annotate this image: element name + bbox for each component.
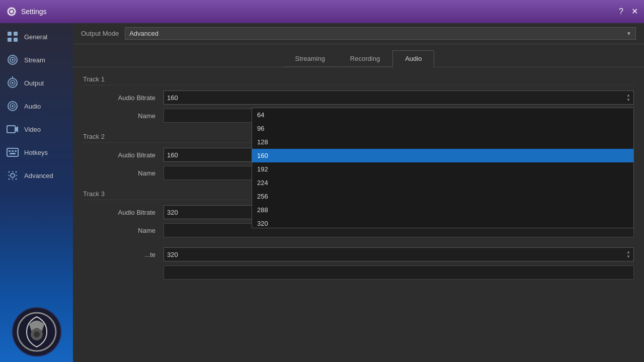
track1-bitrate-row: Audio Bitrate 160 ▲ ▼: [83, 90, 634, 105]
track3-bitrate-value: 320: [167, 209, 178, 216]
sidebar-item-hotkeys[interactable]: Hotkeys: [0, 141, 73, 164]
output-mode-bar: Output Mode Advanced ▼: [73, 23, 644, 44]
track2-bitrate-value: 160: [167, 151, 178, 159]
svg-point-26: [16, 171, 17, 173]
sidebar-item-output[interactable]: Output: [0, 71, 73, 95]
sidebar-item-general-label: General: [24, 33, 47, 41]
output-mode-label: Output Mode: [81, 30, 119, 37]
svg-rect-19: [7, 148, 18, 156]
track2-bitrate-label: Audio Bitrate: [83, 151, 164, 159]
sidebar-item-stream-label: Stream: [24, 56, 45, 64]
obs-icon: [6, 6, 17, 17]
dropdown-item-288[interactable]: 288: [252, 203, 633, 217]
sidebar-item-video[interactable]: Video: [0, 118, 73, 141]
dropdown-item-256[interactable]: 256: [252, 190, 633, 203]
svg-point-25: [9, 171, 10, 173]
dropdown-item-128[interactable]: 128: [252, 135, 633, 149]
track1-header: Track 1: [83, 75, 634, 85]
svg-rect-22: [15, 150, 17, 152]
sidebar-item-hotkeys-label: Hotkeys: [24, 149, 48, 156]
track4-bitrate-spinbox[interactable]: 320 ▲ ▼: [164, 247, 634, 261]
output-icon: [6, 76, 19, 89]
titlebar-left: Settings: [6, 6, 47, 17]
track4-bitrate-up[interactable]: ▲: [626, 250, 630, 254]
tab-streaming[interactable]: Streaming: [283, 50, 338, 67]
svg-rect-17: [7, 126, 15, 133]
track1-bitrate-spinbox[interactable]: 160 ▲ ▼: [164, 90, 634, 105]
dropdown-item-96[interactable]: 96: [252, 122, 633, 135]
advanced-icon: [6, 169, 19, 182]
svg-point-12: [12, 82, 14, 84]
track4-name-input[interactable]: [164, 265, 634, 280]
track1-bitrate-up[interactable]: ▲: [626, 94, 630, 98]
tab-recording[interactable]: Recording: [338, 50, 392, 67]
track1-bitrate-arrows[interactable]: ▲ ▼: [626, 94, 630, 102]
general-icon: [6, 30, 19, 43]
track1-bitrate-label: Audio Bitrate: [83, 94, 164, 102]
sidebar-item-audio[interactable]: Audio: [0, 95, 73, 118]
audio-icon: [6, 100, 19, 113]
track4-bitrate-row: ...te 320 ▲ ▼: [83, 247, 634, 261]
svg-point-2: [10, 10, 13, 13]
track4-bitrate-value: 320: [167, 251, 178, 258]
stream-icon: [6, 53, 19, 66]
sidebar-item-video-label: Video: [24, 126, 41, 133]
titlebar: Settings ? ✕: [0, 0, 644, 23]
svg-rect-21: [12, 150, 14, 152]
sidebar-item-general[interactable]: General: [0, 25, 73, 48]
content-area: Output Mode Advanced ▼ Streaming Recordi…: [73, 23, 644, 362]
svg-point-24: [11, 173, 15, 177]
svg-point-9: [12, 59, 14, 61]
tabs-bar: Streaming Recording Audio: [73, 44, 644, 67]
tab-audio[interactable]: Audio: [392, 50, 434, 67]
obs-logo: [12, 307, 62, 357]
track1-bitrate-value: 160: [167, 94, 178, 102]
svg-rect-23: [10, 153, 16, 154]
output-mode-select[interactable]: Advanced ▼: [125, 27, 636, 40]
audio-panel: Track 1 Audio Bitrate 160 ▲ ▼ Name: [73, 67, 644, 362]
close-button[interactable]: ✕: [631, 8, 638, 16]
sidebar-item-advanced-label: Advanced: [24, 172, 53, 179]
dropdown-item-320[interactable]: 320: [252, 217, 633, 228]
svg-point-27: [9, 178, 10, 180]
output-mode-value: Advanced: [129, 30, 158, 37]
help-button[interactable]: ?: [619, 8, 623, 16]
svg-point-32: [34, 331, 40, 337]
svg-point-28: [16, 178, 17, 180]
video-icon: [6, 123, 19, 136]
track3-bitrate-label: Audio Bitrate: [83, 209, 164, 216]
sidebar-item-audio-label: Audio: [24, 103, 41, 110]
obs-logo-container: [0, 261, 73, 362]
track1-bitrate-down[interactable]: ▼: [626, 98, 630, 102]
sidebar-item-stream[interactable]: Stream: [0, 48, 73, 71]
bitrate-dropdown[interactable]: 64 96 128 160 192 224 256 288 320: [252, 108, 634, 228]
track4-bitrate-down[interactable]: ▼: [626, 255, 630, 259]
dropdown-item-160[interactable]: 160: [252, 149, 633, 162]
track4-bitrate-arrows[interactable]: ▲ ▼: [626, 250, 630, 259]
dropdown-item-192[interactable]: 192: [252, 162, 633, 176]
window-title: Settings: [21, 8, 47, 16]
titlebar-controls: ? ✕: [619, 8, 638, 16]
svg-rect-5: [8, 38, 12, 42]
hotkeys-icon: [6, 146, 19, 159]
output-mode-arrow: ▼: [626, 31, 631, 36]
svg-rect-3: [8, 32, 12, 36]
svg-rect-20: [9, 150, 11, 152]
sidebar-item-advanced[interactable]: Advanced: [0, 164, 73, 187]
track3-name-label: Name: [83, 227, 164, 234]
sidebar: General Stream Output: [0, 23, 73, 362]
dropdown-item-64[interactable]: 64: [252, 108, 633, 122]
track4-section: ...te 320 ▲ ▼: [83, 247, 634, 280]
track2-name-label: Name: [83, 169, 164, 177]
track1-name-label: Name: [83, 112, 164, 120]
track4-bitrate-partial-label: ...te: [83, 251, 164, 258]
svg-rect-4: [14, 32, 18, 36]
svg-rect-6: [14, 38, 18, 42]
dropdown-item-224[interactable]: 224: [252, 176, 633, 190]
track4-name-row: [83, 265, 634, 280]
main-layout: General Stream Output: [0, 23, 644, 362]
sidebar-item-output-label: Output: [24, 79, 44, 87]
svg-point-16: [12, 105, 14, 107]
